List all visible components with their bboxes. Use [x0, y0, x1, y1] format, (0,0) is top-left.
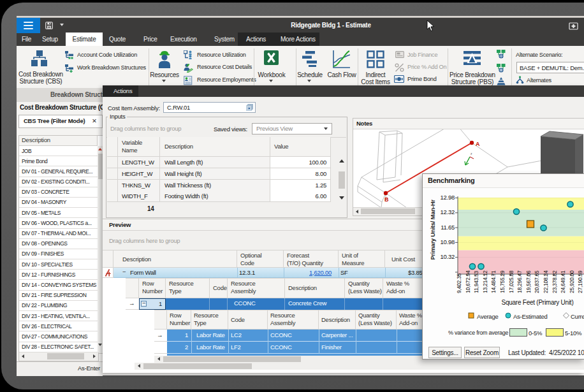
svg-text:z: z [471, 152, 472, 156]
svg-text:B: B [384, 196, 389, 203]
svg-text:A: A [476, 141, 480, 147]
